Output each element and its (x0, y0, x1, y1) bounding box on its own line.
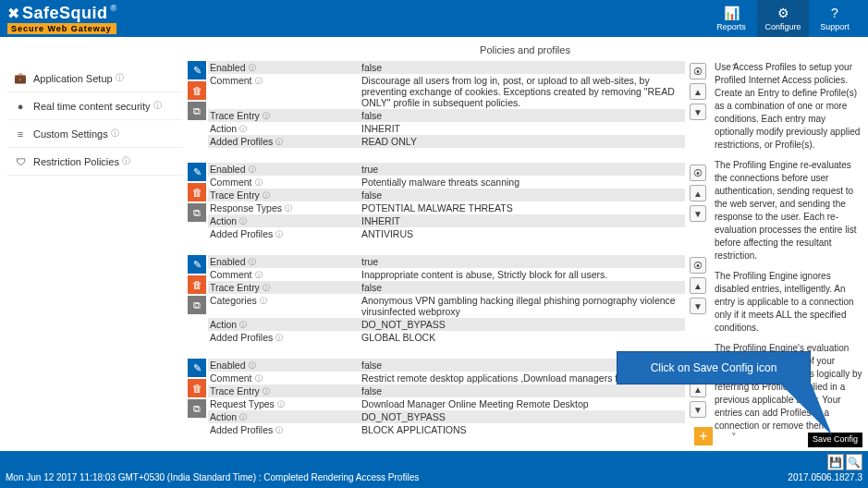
clone-button[interactable]: ⧉ (188, 296, 206, 314)
row-value: true (361, 164, 685, 175)
move-down-button[interactable]: ▼ (690, 298, 706, 314)
configure-icon: ⚙ (777, 6, 789, 20)
target-button[interactable]: ⦿ (690, 63, 706, 79)
row-label: Commentⓘ (208, 269, 361, 280)
info-icon: ⓘ (255, 270, 263, 280)
row-value: BLOCK APPLICATIONS (361, 424, 685, 435)
delete-button[interactable]: 🗑 (188, 183, 206, 201)
info-icon: ⓘ (239, 412, 247, 422)
entry-row: Trace Entryⓘfalse (208, 109, 685, 122)
delete-button[interactable]: 🗑 (188, 81, 206, 100)
configure-button[interactable]: ⚙ Configure (757, 0, 809, 37)
row-label: Commentⓘ (208, 75, 361, 86)
edit-button[interactable]: ✎ (188, 61, 206, 79)
row-label: Added Profilesⓘ (208, 136, 361, 147)
info-icon: ⓘ (263, 386, 270, 396)
logo: ✖ SafeSquid ® Secure Web Gateway (7, 4, 116, 34)
callout-text: Click on Save Config icon (651, 361, 777, 374)
header-actions: 📊 Reports ⚙ Configure ? Support (705, 0, 861, 37)
move-up-button[interactable]: ▲ (690, 277, 706, 294)
row-value: DO_NOT_BYPASS (361, 411, 685, 422)
info-icon: ⓘ (111, 128, 119, 140)
save-config-button[interactable]: 💾 (827, 454, 844, 470)
main-panel: Policies and profiles ˄ ✎🗑⧉Enabledⓘfalse… (182, 37, 868, 451)
sidebar-item-restriction-policies[interactable]: 🛡 Restriction Policies ⓘ (7, 148, 182, 176)
info-icon: ⓘ (263, 111, 270, 121)
entry-row: Added ProfilesⓘBLOCK APPLICATIONS (208, 423, 685, 436)
help-paragraph: Use Access Profiles to setup your Profil… (715, 61, 864, 152)
info-icon: ⓘ (260, 296, 267, 306)
info-icon: ⓘ (153, 100, 162, 112)
entry-row: CommentⓘDiscourage all users from log in… (208, 74, 685, 109)
sidebar-item-label: Custom Settings (33, 128, 108, 140)
row-value: Anonymous VPN gambling hacking illegal p… (361, 295, 685, 317)
sidebar-item-label: Real time content security (33, 101, 151, 112)
support-label: Support (820, 22, 850, 31)
row-label: Enabledⓘ (208, 256, 361, 267)
entry-row: Trace Entryⓘfalse (208, 384, 685, 397)
row-label: Commentⓘ (208, 372, 361, 384)
sidebar-item-custom-settings[interactable]: ≡ Custom Settings ⓘ (7, 120, 182, 148)
add-entry-button[interactable]: + (694, 427, 713, 445)
info-icon: ⓘ (249, 165, 256, 175)
entry-row: Request TypesⓘDownload Manager Online Me… (208, 397, 685, 410)
edit-button[interactable]: ✎ (188, 255, 206, 274)
page-title: Policies and profiles (182, 37, 868, 63)
edit-button[interactable]: ✎ (188, 163, 206, 181)
sidebar-item-realtime-security[interactable]: ● Real time content security ⓘ (7, 92, 182, 120)
move-down-button[interactable]: ▼ (690, 401, 706, 418)
target-button[interactable]: ⦿ (690, 257, 706, 274)
row-label: Trace Entryⓘ (208, 110, 361, 121)
briefcase-icon: 💼 (13, 72, 28, 84)
reports-button[interactable]: 📊 Reports (705, 0, 757, 37)
row-value: false (361, 62, 685, 73)
row-label: Actionⓘ (208, 411, 361, 422)
edit-button[interactable]: ✎ (188, 359, 206, 377)
reports-icon: 📊 (724, 6, 740, 20)
info-icon: ⓘ (263, 283, 270, 293)
entry-row: Trace Entryⓘfalse (208, 281, 685, 294)
support-button[interactable]: ? Support (809, 0, 861, 37)
row-label: Enabledⓘ (208, 360, 361, 371)
info-icon: ⓘ (255, 76, 263, 86)
clone-button[interactable]: ⧉ (188, 399, 206, 418)
entry-row: CommentⓘRestrict remote desktop applicat… (208, 372, 685, 384)
entry-row: Added ProfilesⓘANTIVIRUS (208, 227, 685, 240)
delete-button[interactable]: 🗑 (188, 379, 206, 397)
move-down-button[interactable]: ▼ (690, 205, 706, 222)
search-button[interactable]: 🔍 (846, 454, 862, 470)
info-icon: ⓘ (275, 229, 283, 239)
row-label: Enabledⓘ (208, 164, 361, 175)
row-label: Enabledⓘ (208, 62, 361, 73)
entry-row: Enabledⓘtrue (208, 255, 685, 268)
clone-button[interactable]: ⧉ (188, 102, 206, 120)
row-value: false (361, 110, 685, 121)
row-value: GLOBAL BLOCK (361, 332, 685, 343)
logo-reg: ® (111, 4, 117, 13)
info-icon: ⓘ (249, 360, 256, 371)
entry-row: ActionⓘINHERIT (208, 214, 685, 227)
move-up-button[interactable]: ▲ (690, 185, 706, 201)
clone-button[interactable]: ⧉ (188, 203, 206, 222)
configure-label: Configure (764, 22, 801, 31)
target-button[interactable]: ⦿ (690, 165, 706, 181)
entry-row: Added ProfilesⓘGLOBAL BLOCK (208, 331, 685, 344)
row-label: Added Profilesⓘ (208, 424, 361, 435)
support-icon: ? (831, 6, 838, 20)
delete-button[interactable]: 🗑 (188, 275, 206, 294)
move-down-button[interactable]: ▼ (690, 104, 706, 120)
row-label: Categoriesⓘ (208, 295, 361, 306)
info-icon: ⓘ (255, 177, 263, 188)
row-value: ANTIVIRUS (361, 228, 685, 239)
entry-row: Trace Entryⓘfalse (208, 189, 685, 201)
move-up-button[interactable]: ▲ (690, 83, 706, 100)
sidebar: 💼 Application Setup ⓘ ● Real time conten… (0, 37, 182, 451)
info-icon: ⓘ (239, 124, 247, 134)
info-icon: ⓘ (263, 190, 270, 201)
row-label: Commentⓘ (208, 177, 361, 188)
reports-label: Reports (716, 22, 746, 31)
logo-subtitle: Secure Web Gateway (7, 23, 116, 34)
info-icon: ⓘ (277, 399, 285, 409)
sidebar-item-application-setup[interactable]: 💼 Application Setup ⓘ (7, 65, 182, 92)
scroll-down-icon[interactable]: ˅ (731, 432, 737, 444)
